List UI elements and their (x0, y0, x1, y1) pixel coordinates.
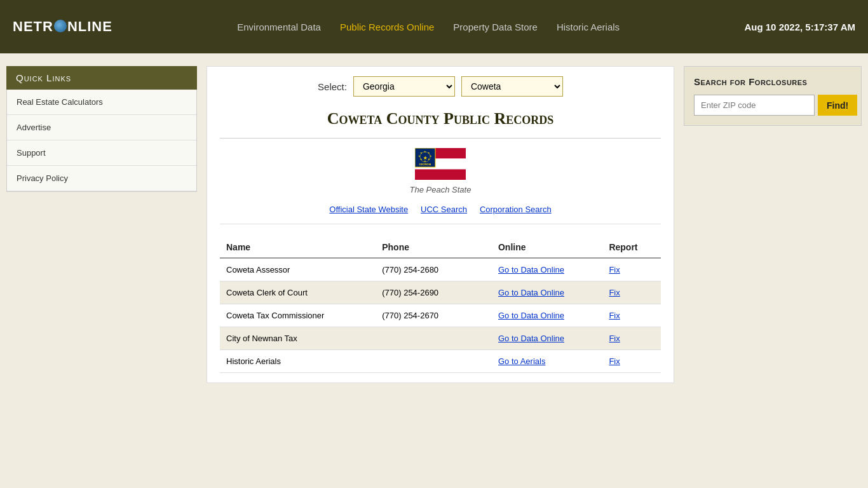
record-phone (376, 327, 492, 350)
content-wrapper: Quick Links Real Estate Calculators Adve… (0, 53, 868, 396)
nav-pub-records[interactable]: Public Records Online (340, 22, 434, 32)
site-header: NETR NLINE Environmental Data Public Rec… (0, 0, 868, 53)
record-online: Go to Data Online (492, 327, 602, 350)
sidebar-item-advertise: Advertise (7, 115, 196, 140)
record-phone: (770) 254-2680 (376, 258, 492, 281)
flag-area: ★ ★ ★ ★ ★ ★ ★ ★ ★ GEORGIA The Peach Stat… (220, 148, 661, 194)
record-name: City of Newnan Tax (220, 327, 376, 350)
table-row: Coweta Clerk of Court(770) 254-2690Go to… (220, 281, 661, 304)
table-row: City of Newnan TaxGo to Data OnlineFix (220, 327, 661, 350)
online-link[interactable]: Go to Data Online (498, 311, 564, 320)
sidebar-item-real-estate: Real Estate Calculators (7, 90, 196, 115)
nav-env-data[interactable]: Environmental Data (237, 22, 321, 32)
foreclosure-box: Search for Forclosures Find! (684, 66, 862, 126)
sidebar-list: Real Estate Calculators Advertise Suppor… (6, 90, 197, 192)
svg-text:★: ★ (420, 151, 423, 154)
ucc-search-link[interactable]: UCC Search (421, 205, 467, 214)
sidebar-link-privacy[interactable]: Privacy Policy (7, 166, 196, 191)
svg-rect-2 (415, 169, 466, 180)
report-link[interactable]: Fix (609, 356, 620, 366)
official-state-link[interactable]: Official State Website (329, 205, 408, 214)
col-header-online: Online (492, 237, 602, 258)
zip-input[interactable] (694, 95, 815, 116)
record-report: Fix (602, 258, 661, 281)
record-report: Fix (602, 327, 661, 350)
record-online: Go to Data Online (492, 304, 602, 327)
county-select[interactable]: Coweta Fulton DeKalb Gwinnett (461, 76, 563, 97)
report-link[interactable]: Fix (609, 311, 620, 320)
state-nickname: The Peach State (220, 185, 661, 194)
svg-text:GEORGIA: GEORGIA (419, 163, 431, 166)
col-header-report: Report (602, 237, 661, 258)
corp-search-link[interactable]: Corporation Search (480, 205, 552, 214)
record-name: Historic Aerials (220, 350, 376, 373)
find-button[interactable]: Find! (818, 95, 857, 116)
foreclosure-title: Search for Forclosures (694, 76, 851, 87)
record-phone: (770) 254-2690 (376, 281, 492, 304)
report-link[interactable]: Fix (609, 265, 620, 274)
georgia-flag: ★ ★ ★ ★ ★ ★ ★ ★ ★ GEORGIA (415, 148, 466, 180)
record-online: Go to Aerials (492, 350, 602, 373)
datetime-display: Aug 10 2022, 5:17:37 AM (744, 22, 855, 32)
logo-text-before: NETR (13, 18, 53, 35)
online-link[interactable]: Go to Data Online (498, 334, 564, 343)
table-header: Name Phone Online Report (220, 237, 661, 258)
select-label: Select: (318, 81, 347, 92)
record-name: Coweta Tax Commissioner (220, 304, 376, 327)
sidebar-link-real-estate[interactable]: Real Estate Calculators (7, 90, 196, 115)
col-header-name: Name (220, 237, 376, 258)
record-report: Fix (602, 350, 661, 373)
foreclosure-form: Find! (694, 95, 851, 116)
online-link[interactable]: Go to Data Online (498, 288, 564, 297)
table-body: Coweta Assessor(770) 254-2680Go to Data … (220, 258, 661, 373)
report-link[interactable]: Fix (609, 288, 620, 297)
record-report: Fix (602, 281, 661, 304)
state-links: Official State Website UCC Search Corpor… (220, 204, 661, 224)
svg-text:★: ★ (424, 150, 426, 153)
record-name: Coweta Clerk of Court (220, 281, 376, 304)
sidebar-item-support: Support (7, 140, 196, 166)
table-row: Coweta Tax Commissioner(770) 254-2670Go … (220, 304, 661, 327)
record-name: Coweta Assessor (220, 258, 376, 281)
record-online: Go to Data Online (492, 281, 602, 304)
globe-icon (54, 20, 67, 32)
right-panel: Search for Forclosures Find! (684, 66, 862, 383)
table-row: Historic AerialsGo to AerialsFix (220, 350, 661, 373)
online-link[interactable]: Go to Data Online (498, 265, 564, 274)
table-row: Coweta Assessor(770) 254-2680Go to Data … (220, 258, 661, 281)
records-table: Name Phone Online Report Coweta Assessor… (220, 237, 661, 373)
nav-hist-aerials[interactable]: Historic Aerials (557, 22, 620, 32)
main-content: Select: Georgia Alabama Florida Tennesse… (207, 66, 674, 383)
svg-text:★: ★ (428, 158, 430, 161)
county-title: Coweta County Public Records (220, 109, 661, 139)
online-link[interactable]: Go to Aerials (498, 356, 545, 366)
quick-links-header: Quick Links (6, 66, 197, 90)
sidebar-link-advertise[interactable]: Advertise (7, 115, 196, 140)
svg-text:★: ★ (420, 158, 423, 161)
state-select[interactable]: Georgia Alabama Florida Tennessee (353, 76, 455, 97)
record-online: Go to Data Online (492, 258, 602, 281)
sidebar: Quick Links Real Estate Calculators Adve… (6, 66, 197, 383)
sidebar-item-privacy: Privacy Policy (7, 166, 196, 191)
site-logo: NETR NLINE (13, 18, 112, 35)
select-row: Select: Georgia Alabama Florida Tennesse… (220, 76, 661, 97)
nav-prop-data[interactable]: Property Data Store (453, 22, 538, 32)
sidebar-link-support[interactable]: Support (7, 140, 196, 166)
record-report: Fix (602, 304, 661, 327)
table-header-row: Name Phone Online Report (220, 237, 661, 258)
main-nav: Environmental Data Public Records Online… (237, 22, 620, 32)
report-link[interactable]: Fix (609, 334, 620, 343)
record-phone: (770) 254-2670 (376, 304, 492, 327)
logo-text-after: NLINE (67, 18, 112, 35)
col-header-phone: Phone (376, 237, 492, 258)
svg-text:★: ★ (418, 154, 421, 158)
record-phone (376, 350, 492, 373)
